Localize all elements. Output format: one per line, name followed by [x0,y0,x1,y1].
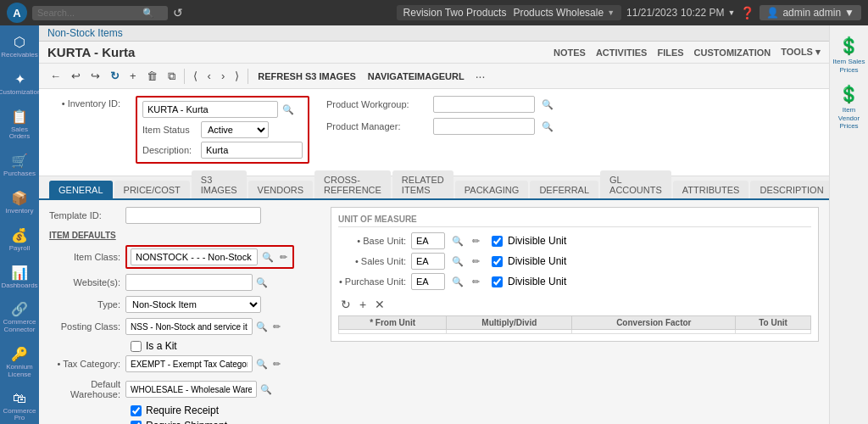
notes-link[interactable]: NOTES [554,47,586,58]
customization-link[interactable]: CUSTOMIZATION [694,47,771,58]
tab-vendors[interactable]: VENDORS [248,181,313,198]
sales-unit-search[interactable]: 🔍 [450,255,465,268]
admin-badge[interactable]: 👤 admin admin ▼ [760,5,861,20]
purchase-unit-edit[interactable]: ✏ [470,276,481,288]
template-id-row: Template ID: [49,207,320,224]
template-id-input[interactable] [125,207,261,224]
posting-class-edit[interactable]: ✏ [271,321,282,333]
copy-button[interactable]: ⧉ [164,67,180,86]
refresh-button[interactable]: ↻ [106,67,124,85]
posting-class-search[interactable]: 🔍 [254,321,270,333]
require-receipt-checkbox[interactable] [131,405,142,416]
sidebar-item-receivables[interactable]: ⬡ Receivables [0,29,39,64]
undo-button[interactable]: ↩ [67,67,85,85]
sales-unit-divisible[interactable] [492,256,503,267]
tab-price-cost[interactable]: PRICE/COST [114,181,190,198]
next-button[interactable]: › [217,67,229,85]
purchase-unit-input[interactable] [411,273,445,290]
history-icon[interactable]: ↺ [173,6,183,20]
item-class-search[interactable]: 🔍 [260,251,275,264]
tab-gl-accounts[interactable]: GL ACCOUNTS [600,170,671,198]
sidebar-item-commerce-connector[interactable]: 🔗 Commerce Connector [0,296,39,339]
app-logo[interactable]: A [7,3,27,23]
posting-class-input[interactable]: NSS - Non-Stock and service items [125,318,253,335]
product-workgroup-search[interactable]: 🔍 [540,98,555,111]
item-class-label: Item Class: [49,252,125,262]
revision-info[interactable]: Revision Two Products Products Wholesale… [397,5,621,20]
default-warehouse-search[interactable]: 🔍 [259,383,274,396]
tab-related-items[interactable]: RELATED ITEMS [392,170,453,198]
require-shipment-checkbox[interactable] [131,421,142,425]
first-button[interactable]: ⟨ [189,67,202,85]
product-manager-search[interactable]: 🔍 [540,120,555,133]
top-right-actions: NOTES ACTIVITIES FILES CUSTOMIZATION TOO… [554,47,821,58]
last-button[interactable]: ⟩ [231,67,243,85]
tab-deferral[interactable]: DEFERRAL [530,181,598,198]
tab-description[interactable]: DESCRIPTION [750,181,829,198]
breadcrumb[interactable]: Non-Stock Items [39,25,829,42]
search-box[interactable]: 🔍 [32,6,168,20]
inventory-id-input[interactable] [142,101,278,118]
item-class-edit[interactable]: ✏ [278,251,289,264]
base-unit-input[interactable] [411,232,445,249]
default-warehouse-input[interactable]: WHOLESALE - Wholesale Warehouse [125,381,257,398]
add-button[interactable]: + [125,67,141,85]
sidebar-item-konnium[interactable]: 🔑 Konnium License [0,341,39,384]
tab-packaging[interactable]: PACKAGING [455,181,529,198]
base-unit-edit[interactable]: ✏ [470,235,481,248]
purchase-unit-divisible[interactable] [492,276,503,287]
tab-cross-reference[interactable]: CROSS-REFERENCE [314,170,391,198]
general-right-panel: UNIT OF MEASURE • Base Unit: 🔍 ✏ Divisib… [331,207,819,417]
sidebar-item-payroll[interactable]: 💰 Payroll [0,222,39,258]
redo-button[interactable]: ↪ [86,67,104,85]
websites-search[interactable]: 🔍 [254,276,270,289]
search-input[interactable] [37,8,139,18]
conv-delete-btn[interactable]: ✕ [372,297,387,312]
activities-link[interactable]: ACTIVITIES [596,47,648,58]
sidebar-item-commerce-pro[interactable]: 🛍 Commerce Pro [0,386,39,424]
tab-general[interactable]: GENERAL [49,181,113,198]
product-workgroup-input[interactable] [433,96,535,113]
item-sales-prices-btn[interactable]: 💲 Item Sales Prices [830,32,868,77]
prev-button[interactable]: ‹ [203,67,215,85]
base-unit-divisible[interactable] [492,236,503,247]
tax-category-row: • Tax Category: EXEMPT - Exempt Tax Cate… [49,355,320,372]
description-input[interactable]: Kurta [201,142,303,159]
tab-s3-images[interactable]: S3 IMAGES [192,170,247,198]
sidebar-item-customization[interactable]: ✦ Customization [0,66,39,102]
more-actions-button[interactable]: ··· [471,67,490,86]
tax-category-edit[interactable]: ✏ [271,358,282,371]
conv-refresh-btn[interactable]: ↻ [338,297,353,312]
tax-category-search[interactable]: 🔍 [254,358,270,371]
sidebar-item-sales-orders[interactable]: 📋 Sales Orders [0,103,39,147]
tab-attributes[interactable]: ATTRIBUTES [673,181,749,198]
help-icon[interactable]: ❓ [740,6,754,20]
sidebar-item-purchases[interactable]: 🛒 Purchases [0,148,39,183]
product-manager-input[interactable] [433,118,535,135]
base-unit-search[interactable]: 🔍 [450,235,465,248]
sidebar-item-inventory[interactable]: 📦 Inventory [0,185,39,220]
sidebar-item-dashboards[interactable]: 📊 Dashboards [0,259,39,295]
sales-unit-input[interactable] [411,253,445,270]
files-link[interactable]: FILES [657,47,683,58]
tools-link[interactable]: TOOLS ▾ [781,47,821,58]
back-button[interactable]: ← [46,67,65,85]
conv-add-btn[interactable]: + [357,297,369,312]
default-warehouse-label: Default Warehouse: [49,379,125,399]
item-vendor-prices-icon: 💲 [838,84,860,104]
sales-unit-edit[interactable]: ✏ [470,255,481,268]
websites-input[interactable] [125,274,253,291]
type-select[interactable]: Non-Stock Item [125,296,261,313]
purchase-unit-search[interactable]: 🔍 [450,276,465,288]
delete-button[interactable]: 🗑 [142,67,162,85]
tax-category-input[interactable]: EXEMPT - Exempt Tax Category [125,355,253,372]
inventory-id-search-icon[interactable]: 🔍 [281,103,296,116]
item-vendor-prices-btn[interactable]: 💲 Item Vendor Prices [830,81,868,134]
item-status-select[interactable]: Active [201,121,269,138]
navigate-image-url-button[interactable]: NAVIGATEIMAGEURL [363,69,470,84]
refresh-images-button[interactable]: REFRESH S3 IMAGES [253,69,361,84]
sidebar: ⬡ Receivables ✦ Customization 📋 Sales Or… [0,25,39,424]
is-kit-checkbox[interactable] [131,341,142,352]
item-class-input[interactable]: NONSTOCK - - - Non-Stock Items [131,248,258,265]
datetime[interactable]: 11/21/2023 10:22 PM ▼ [626,7,735,19]
